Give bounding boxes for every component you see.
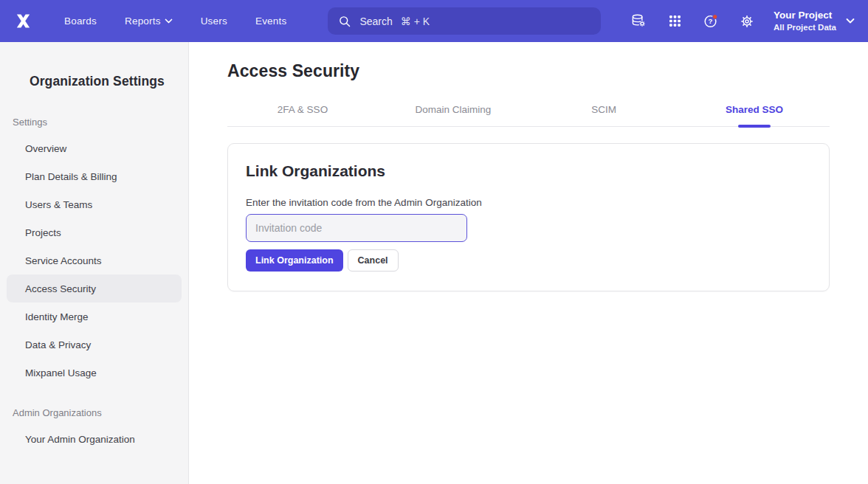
sidebar-item-plan-details-billing[interactable]: Plan Details & Billing — [7, 162, 182, 190]
search-input[interactable]: Search ⌘ + K — [328, 7, 601, 35]
primary-nav: Boards Reports Users Events — [64, 15, 286, 27]
sidebar-item-mixpanel-usage[interactable]: Mixpanel Usage — [7, 359, 182, 387]
section-heading-admin-organizations: Admin Organizations — [13, 407, 176, 418]
nav-label-events: Events — [255, 15, 286, 27]
mixpanel-logo[interactable] — [13, 11, 33, 31]
sidebar-title: Organization Settings — [30, 74, 188, 89]
tab-scim[interactable]: SCIM — [528, 104, 679, 126]
sidebar-item-users-teams[interactable]: Users & Teams — [7, 190, 182, 218]
page-title: Access Security — [227, 61, 830, 81]
chevron-down-icon — [165, 18, 173, 24]
invitation-code-label: Enter the invitation code from the Admin… — [246, 197, 811, 208]
search-shortcut: ⌘ + K — [401, 15, 430, 27]
cancel-button[interactable]: Cancel — [348, 249, 399, 272]
sidebar-item-service-accounts[interactable]: Service Accounts — [7, 246, 182, 274]
sidebar-item-your-admin-organization[interactable]: Your Admin Organization — [7, 425, 182, 453]
nav-item-boards[interactable]: Boards — [64, 15, 97, 27]
tab-bar: 2FA & SSO Domain Claiming SCIM Shared SS… — [227, 104, 830, 127]
nav-item-events[interactable]: Events — [255, 15, 286, 27]
link-organizations-card: Link Organizations Enter the invitation … — [227, 143, 830, 291]
settings-gear-icon[interactable] — [739, 13, 755, 30]
sidebar-item-identity-merge[interactable]: Identity Merge — [7, 302, 182, 331]
nav-label-users: Users — [201, 15, 227, 27]
section-heading-settings: Settings — [13, 117, 176, 128]
top-navbar: Boards Reports Users Events Search ⌘ + K — [0, 0, 868, 42]
main-content: Access Security 2FA & SSO Domain Claimin… — [189, 42, 868, 484]
project-name: Your Project — [774, 10, 836, 22]
sidebar-item-access-security[interactable]: Access Security — [7, 274, 182, 302]
nav-label-boards: Boards — [64, 15, 97, 27]
sidebar-item-projects[interactable]: Projects — [7, 218, 182, 246]
search-placeholder: Search — [359, 15, 392, 27]
project-text: Your Project All Project Data — [774, 10, 836, 32]
sidebar-item-overview[interactable]: Overview — [7, 134, 182, 162]
card-title: Link Organizations — [246, 162, 811, 180]
navbar-right: ? Your Proj — [630, 10, 855, 32]
nav-label-reports: Reports — [125, 15, 161, 27]
svg-text:?: ? — [709, 17, 713, 25]
chevron-down-icon — [846, 18, 855, 24]
tab-shared-sso[interactable]: Shared SSO — [679, 104, 830, 126]
notification-dot — [713, 15, 717, 19]
nav-item-reports[interactable]: Reports — [125, 15, 173, 27]
nav-item-users[interactable]: Users — [201, 15, 227, 27]
data-pipeline-icon[interactable] — [630, 13, 647, 30]
sidebar-item-data-privacy[interactable]: Data & Privacy — [7, 331, 182, 359]
invitation-code-input[interactable] — [246, 214, 467, 242]
tab-domain-claiming[interactable]: Domain Claiming — [378, 104, 528, 126]
card-actions: Link Organization Cancel — [246, 249, 811, 272]
help-icon[interactable]: ? — [703, 13, 719, 30]
settings-sidebar: Organization Settings Settings Overview … — [0, 42, 189, 484]
project-switcher[interactable]: Your Project All Project Data — [774, 10, 855, 32]
search-icon — [338, 15, 351, 28]
tab-2fa-sso[interactable]: 2FA & SSO — [227, 104, 378, 126]
apps-grid-icon[interactable] — [666, 13, 683, 30]
project-scope: All Project Data — [774, 22, 836, 32]
mixpanel-x-icon — [13, 11, 33, 31]
link-organization-button[interactable]: Link Organization — [246, 249, 343, 272]
